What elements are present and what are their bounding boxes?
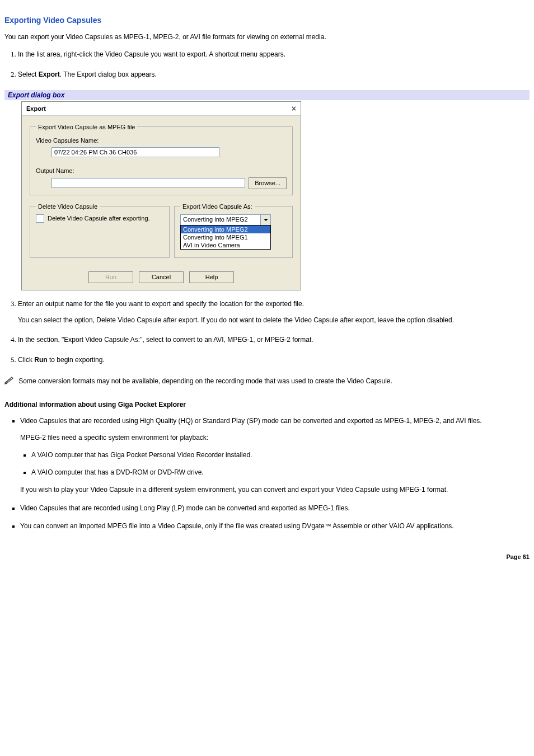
step-5: Click Run to begin exporting. [18,355,530,364]
step-4: In the section, "Export Video Capsule As… [18,335,530,344]
output-name-input[interactable] [51,178,245,188]
combo-option-mpeg1[interactable]: Converting into MPEG1 [181,233,270,241]
help-button[interactable]: Help [189,271,234,283]
fieldset-export-legend: Export Video Capsule as MPEG file [36,124,137,130]
step-2: Select Export. The Export dialog box app… [18,70,530,79]
export-format-combobox[interactable]: Converting into MPEG2 Converting into MP… [180,214,271,226]
combobox-value: Converting into MPEG2 [181,215,260,226]
label-output-name: Output Name: [36,167,287,174]
bullet-1-text-a: Video Capsules that are recorded using H… [20,417,482,425]
step-2-bold: Export [39,71,60,78]
note-icon [4,375,15,387]
fieldset-export-as-legend: Export Video Capsule As: [180,203,255,210]
browse-button[interactable]: Browse... [249,177,287,189]
combo-option-mpeg2[interactable]: Converting into MPEG2 [181,226,270,233]
step-1-text: In the list area, right-click the Video … [18,50,285,58]
fieldset-export-mpeg: Export Video Capsule as MPEG file Video … [30,124,293,195]
label-video-capsule-name: Video Capsules Name: [36,137,287,144]
step-3: Enter an output name for the file you wa… [18,299,530,324]
delete-checkbox[interactable] [36,214,44,223]
fieldset-delete-legend: Delete Video Capsule [36,203,100,210]
additional-info-heading: Additional information about using Giga … [4,401,530,408]
dialog-titlebar[interactable]: Export × [22,102,301,116]
step-5-bold: Run [34,356,47,364]
close-icon[interactable]: × [292,104,296,113]
video-capsule-name-input[interactable] [51,147,219,157]
combobox-dropdown: Converting into MPEG2 Converting into MP… [180,225,271,250]
step-3-text-b: You can select the option, Delete Video … [18,316,530,324]
dialog-title: Export [26,105,46,112]
sub-bullet-2: A VAIO computer that has a DVD-ROM or DV… [31,468,530,477]
intro-paragraph: You can export your Video Capsules as MP… [4,32,530,42]
export-dialog: Export × Export Video Capsule as MPEG fi… [21,101,301,290]
bullet-1-text-b: MPEG-2 files need a specific system envi… [20,433,530,443]
combo-option-avi[interactable]: AVI in Video Camera [181,241,270,249]
cancel-button[interactable]: Cancel [139,271,184,283]
section-heading: Exporting Video Capsules [4,16,530,25]
fieldset-delete: Delete Video Capsule Delete Video Capsul… [30,203,170,258]
note-paragraph: Some conversion formats may not be avail… [4,375,530,387]
step-5-text-a: Click [18,356,34,364]
step-4-text: In the section, "Export Video Capsule As… [18,336,313,344]
note-text: Some conversion formats may not be avail… [18,377,392,384]
run-button[interactable]: Run [88,271,133,283]
step-5-text-c: to begin exporting. [48,356,105,364]
bullet-2: Video Capsules that are recorded using L… [20,504,530,513]
bullet-1: Video Capsules that are recorded using H… [20,416,530,495]
fieldset-export-as: Export Video Capsule As: Converting into… [174,203,293,258]
delete-checkbox-label: Delete Video Capsule after exporting. [48,215,150,222]
step-3-text-a: Enter an output name for the file you wa… [18,300,304,308]
bullet-1-text-c: If you wish to play your Video Capsule i… [20,485,530,495]
bullet-3: You can convert an imported MPEG file in… [20,522,530,531]
figure-caption: Export dialog box [4,90,530,100]
page-number: Page 61 [4,553,530,560]
step-2-text-a: Select [18,71,39,78]
step-1: In the list area, right-click the Video … [18,50,530,59]
chevron-down-icon[interactable] [260,215,270,226]
step-2-text-c: . The Export dialog box appears. [60,71,157,78]
sub-bullet-1: A VAIO computer that has Giga Pocket Per… [31,450,530,460]
